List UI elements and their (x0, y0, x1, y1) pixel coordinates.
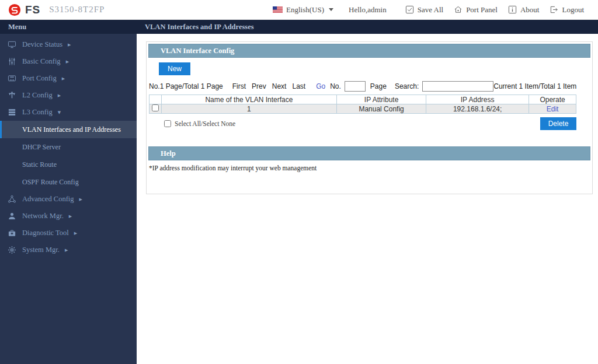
col-name: Name of the VLAN Interface (162, 95, 337, 104)
col-ip-attribute: IP Attribute (336, 95, 426, 104)
sidebar-item-network-mgr[interactable]: Network Mgr. ▶ (0, 208, 137, 225)
go-link[interactable]: Go (316, 82, 325, 90)
brand-name: FS (25, 4, 40, 16)
brand: FS S3150-8T2FP (8, 4, 105, 16)
panel-header-help: Help (148, 146, 590, 160)
select-all-checkbox[interactable] (164, 120, 171, 127)
prev-page-link[interactable]: Prev (252, 82, 266, 90)
table-row: 1 Manual Config 192.168.1.6/24; Edit (150, 104, 576, 114)
page-title: VLAN Interfaces and IP Addresses (137, 23, 254, 32)
language-label: English(US) (286, 5, 324, 15)
port-panel-button[interactable]: Port Panel (454, 5, 498, 15)
edit-link[interactable]: Edit (547, 105, 559, 113)
main-content: VLAN Interface Config New No.1 Page/Tota… (137, 34, 598, 364)
last-page-link[interactable]: Last (292, 82, 305, 90)
chevron-down-icon: ▼ (58, 110, 61, 115)
share-icon (8, 195, 16, 204)
us-flag-icon (273, 6, 283, 13)
chevron-right-icon: ▶ (74, 231, 77, 236)
chevron-right-icon: ▶ (58, 93, 61, 98)
row-checkbox[interactable] (152, 104, 159, 111)
sidebar-item-port-config[interactable]: Port Config ▶ (0, 70, 137, 87)
save-all-button[interactable]: Save All (405, 5, 443, 15)
chevron-right-icon: ▶ (66, 60, 69, 64)
search-label: Search: (395, 82, 419, 90)
chevron-right-icon: ▶ (79, 197, 82, 202)
new-button[interactable]: New (159, 62, 190, 75)
sliders-icon (8, 57, 16, 66)
sidebar-item-static-route[interactable]: Static Route (0, 156, 137, 173)
table-header-row: Name of the VLAN Interface IP Attribute … (150, 95, 576, 104)
chevron-down-icon (329, 8, 333, 11)
sidebar: Device Status ▶ Basic Config ▶ (0, 34, 137, 364)
device-model: S3150-8T2FP (49, 5, 105, 15)
chevron-right-icon: ▶ (69, 214, 72, 219)
next-page-link[interactable]: Next (272, 82, 287, 90)
select-all-label: Select All/Select None (175, 120, 235, 127)
topology-icon (8, 91, 16, 100)
logout-icon (550, 5, 558, 14)
language-selector[interactable]: English(US) (273, 5, 333, 15)
sidebar-item-device-status[interactable]: Device Status ▶ (0, 36, 137, 53)
save-all-icon (405, 5, 414, 14)
delete-button[interactable]: Delete (540, 117, 577, 130)
fs-logo-icon (8, 4, 21, 16)
page-label: Page (370, 82, 387, 90)
sidebar-item-system-mgr[interactable]: System Mgr. ▶ (0, 242, 137, 258)
topbar: FS S3150-8T2FP English(US) Hello,admin (0, 0, 598, 20)
menubar: Menu VLAN Interfaces and IP Addresses (0, 20, 598, 34)
first-page-link[interactable]: First (232, 82, 246, 90)
sidebar-item-dhcp-server[interactable]: DHCP Server (0, 138, 137, 156)
current-item-info: Current 1 Item/Total 1 Item (493, 82, 576, 90)
cell-ip-address: 192.168.1.6/24; (426, 104, 529, 114)
no-label: No. (330, 82, 341, 90)
port-panel-icon (454, 5, 463, 14)
sidebar-item-ospf-route-config[interactable]: OSPF Route Config (0, 173, 137, 191)
pagination-bar: No.1 Page/Total 1 Page First Prev Next L… (149, 81, 576, 92)
logout-button[interactable]: Logout (550, 5, 584, 15)
config-card: VLAN Interface Config New No.1 Page/Tota… (146, 41, 593, 194)
chevron-right-icon: ▶ (68, 43, 71, 47)
help-text: *IP address modification may interrupt y… (148, 160, 590, 194)
menu-label: Menu (0, 23, 137, 32)
page-number-input[interactable] (345, 81, 366, 92)
sidebar-item-l2-config[interactable]: L2 Config ▶ (0, 87, 137, 104)
sidebar-item-diagnostic-tool[interactable]: Diagnostic Tool ▶ (0, 225, 137, 242)
sidebar-item-advanced-config[interactable]: Advanced Config ▶ (0, 191, 137, 208)
header-checkbox-cell (150, 95, 162, 104)
search-input[interactable] (422, 81, 493, 92)
cell-ip-attribute: Manual Config (336, 104, 426, 114)
person-icon (8, 212, 16, 220)
cell-vlan-name: 1 (162, 104, 337, 114)
panel-header-vlan-config: VLAN Interface Config (148, 44, 590, 58)
user-greeting: Hello,admin (349, 5, 387, 15)
monitor-icon (8, 40, 16, 49)
col-operate: Operate (529, 95, 576, 104)
layers-icon (8, 108, 16, 117)
sidebar-item-l3-config[interactable]: L3 Config ▼ (0, 104, 137, 121)
chevron-right-icon: ▶ (65, 248, 68, 253)
page-info: No.1 Page/Total 1 Page (149, 82, 223, 90)
sidebar-item-basic-config[interactable]: Basic Config ▶ (0, 53, 137, 70)
vlan-table: Name of the VLAN Interface IP Attribute … (149, 94, 576, 114)
gear-icon (8, 246, 16, 254)
chevron-right-icon: ▶ (62, 76, 65, 81)
about-button[interactable]: About (508, 5, 540, 15)
col-ip-address: IP Address (426, 95, 529, 104)
sidebar-item-vlan-interfaces[interactable]: VLAN Interfaces and IP Addresses (0, 121, 137, 138)
toolbox-icon (8, 229, 16, 237)
info-icon (508, 5, 517, 14)
select-all-row: Select All/Select None Delete (164, 117, 576, 130)
port-icon (8, 74, 16, 83)
